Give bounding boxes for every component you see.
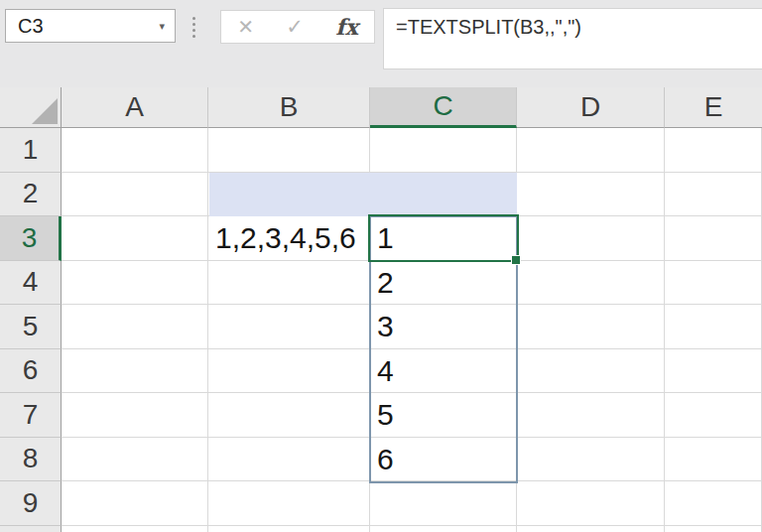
cell-c10[interactable] [370,526,517,532]
cell-c8[interactable]: 6 [370,438,517,482]
column-header-b[interactable]: B [208,87,370,128]
cell-e8[interactable] [665,438,762,482]
cell-c6[interactable]: 4 [370,349,517,394]
cell-e7[interactable] [665,393,762,438]
cell-b6[interactable] [208,349,370,394]
cell-c2[interactable] [370,173,517,217]
cell-a6[interactable] [62,349,208,394]
cell-e4[interactable] [665,261,762,306]
cell-e2[interactable] [665,173,762,217]
cell-c3[interactable]: 1 [370,216,517,261]
cell-d10[interactable] [517,526,665,532]
formula-bar-drag-handle-icon [192,17,195,38]
column-headers: A B C D E [62,87,762,128]
column-header-d[interactable]: D [517,87,665,128]
cell-d3[interactable] [517,216,665,261]
formula-button-group: ✕ ✓ fx [220,10,375,44]
cell-e9[interactable] [665,481,762,526]
row-header-3[interactable]: 3 [0,216,62,261]
cell-d1[interactable] [517,128,665,173]
select-all-triangle-icon [32,98,58,124]
cell-e6[interactable] [665,349,762,394]
cell-grid: 1,2,3,4,5,6 1 2 3 4 5 6 [62,128,762,532]
cell-c5[interactable]: 3 [370,305,517,349]
cell-a9[interactable] [62,481,208,526]
cell-a3[interactable] [62,216,208,261]
name-box[interactable]: C3 ▾ [5,9,176,43]
formula-input[interactable]: =TEXTSPLIT(B3,,",") [383,8,762,69]
name-box-value: C3 [6,15,44,38]
cell-c4[interactable]: 2 [370,261,517,306]
select-all-corner[interactable] [0,87,62,128]
cell-c9[interactable] [370,481,517,526]
cell-c1[interactable] [370,128,517,173]
cell-b1[interactable] [208,128,370,173]
cell-a4[interactable] [62,261,208,306]
cancel-icon[interactable]: ✕ [237,15,254,39]
cell-a8[interactable] [62,438,208,482]
cell-e3[interactable] [665,216,762,261]
row-header-9[interactable]: 9 [0,481,62,526]
cell-d2[interactable] [517,173,665,217]
cell-d8[interactable] [517,438,665,482]
cell-c7[interactable]: 5 [370,393,517,438]
row-header-6[interactable]: 6 [0,349,62,394]
cell-b8[interactable] [208,438,370,482]
cell-e5[interactable] [665,305,762,349]
row-header-2[interactable]: 2 [0,173,62,217]
cell-a7[interactable] [62,393,208,438]
name-box-dropdown-icon[interactable]: ▾ [159,20,165,33]
row-header-1[interactable]: 1 [0,128,62,173]
cell-b2[interactable] [208,173,370,217]
cell-b3[interactable]: 1,2,3,4,5,6 [208,216,370,261]
cell-a2[interactable] [62,173,208,217]
row-headers: 1 2 3 4 5 6 7 8 9 [0,128,62,532]
column-header-e[interactable]: E [665,87,762,128]
cell-a10[interactable] [62,526,208,532]
cell-b10[interactable] [208,526,370,532]
cell-e1[interactable] [665,128,762,173]
cell-b5[interactable] [208,305,370,349]
insert-function-icon[interactable]: fx [335,14,358,40]
cell-d6[interactable] [517,349,665,394]
row-header-10-partial[interactable] [0,526,62,532]
formula-toolbar: C3 ▾ ✕ ✓ fx =TEXTSPLIT(B3,,",") [0,0,762,87]
cell-b9[interactable] [208,481,370,526]
cell-e10[interactable] [665,526,762,532]
cell-b7[interactable] [208,393,370,438]
enter-icon[interactable]: ✓ [286,15,304,39]
column-header-a[interactable]: A [62,87,208,128]
row-header-5[interactable]: 5 [0,305,62,349]
cell-a1[interactable] [62,128,208,173]
row-header-4[interactable]: 4 [0,261,62,306]
column-header-c[interactable]: C [370,87,517,128]
row-header-7[interactable]: 7 [0,393,62,438]
cell-d4[interactable] [517,261,665,306]
cell-d7[interactable] [517,393,665,438]
fill-handle[interactable] [511,255,521,265]
cell-a5[interactable] [62,305,208,349]
cell-d5[interactable] [517,305,665,349]
cell-d9[interactable] [517,481,665,526]
cell-b4[interactable] [208,261,370,306]
row-header-8[interactable]: 8 [0,438,62,482]
